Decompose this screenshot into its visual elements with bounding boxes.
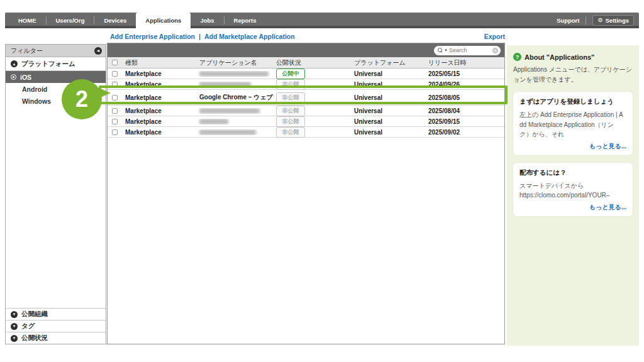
cell-app-name-blurred	[198, 129, 274, 135]
sidebar-item-label: iOS	[20, 74, 31, 81]
see-more-link[interactable]: もっと見る...	[589, 204, 626, 211]
help-panel: ? About "Applications" Applications メニュー…	[507, 45, 639, 346]
help-card-register-app: まずはアプリを登録しましょう 左上の Add Enterprise Applic…	[513, 92, 633, 155]
row-checkbox[interactable]	[112, 95, 118, 101]
help-card-distribute: 配布するには？ スマートデバイスから https://clomo.com/por…	[513, 163, 633, 216]
filter-header: フィルター ◄	[6, 45, 106, 57]
select-all-checkbox[interactable]	[112, 60, 118, 65]
nav-tab-home[interactable]: HOME	[9, 13, 46, 28]
search-scope-caret-icon[interactable]: ▼	[444, 48, 448, 52]
cell-type: Marketplace	[121, 94, 198, 101]
status-badge: 非公開	[276, 79, 305, 90]
search-box[interactable]: ▼ ✕	[434, 46, 501, 55]
cell-platform: Universal	[350, 118, 426, 125]
cell-release-date: 2025/08/05	[426, 94, 504, 101]
cell-app-name-blurred	[198, 108, 274, 114]
cell-type: Marketplace	[121, 70, 198, 77]
search-input[interactable]	[449, 47, 491, 53]
nav-tabs: HOME Users/Org Devices Applications Jobs…	[9, 13, 265, 28]
support-link[interactable]: Support	[557, 17, 579, 24]
filter-group-tags[interactable]: ▼ タグ	[6, 320, 106, 332]
help-card-body: 左上の Add Enterprise Application | Add Mar…	[519, 110, 626, 140]
table-header-row: 種類 アプリケーション名 公開状況 プラットフォーム リリース日時	[108, 57, 504, 69]
column-header-publish-status[interactable]: 公開状況	[274, 58, 350, 67]
table-row[interactable]: Marketplace 非公開 Universal 2025/08/04	[108, 106, 504, 116]
filter-group-label: 公開状況	[21, 334, 48, 343]
table-row[interactable]: Marketplace 非公開 Universal 2025/09/15	[108, 116, 504, 127]
row-checkbox[interactable]	[112, 71, 118, 77]
cell-release-date: 2025/08/04	[426, 107, 504, 114]
cell-status: 非公開	[274, 127, 350, 138]
filter-group-platform[interactable]: ▲ プラットフォーム	[6, 57, 106, 71]
chevron-down-icon: ▼	[11, 311, 18, 318]
status-badge: 非公開	[276, 116, 305, 127]
settings-label: Settings	[606, 17, 629, 24]
help-panel-title: About "Applications"	[525, 53, 594, 61]
cell-release-date: 2024/09/26	[426, 81, 504, 88]
help-card-title: まずはアプリを登録しましょう	[519, 97, 626, 106]
nav-tab-devices[interactable]: Devices	[94, 13, 136, 28]
table-row[interactable]: Marketplace 非公開 Universal 2025/09/02	[108, 127, 504, 138]
nav-tab-users-org[interactable]: Users/Org	[47, 13, 94, 28]
cell-platform: Universal	[350, 129, 426, 136]
export-link[interactable]: Export	[484, 33, 505, 40]
step-annotation-pointer-icon	[94, 86, 111, 100]
cell-app-name-blurred	[198, 82, 274, 87]
filter-group-publish-org[interactable]: ▼ 公開組織	[6, 308, 106, 320]
blurred-text	[199, 71, 269, 77]
column-header-app-name[interactable]: アプリケーション名	[198, 58, 274, 67]
status-badge: 非公開	[276, 127, 305, 138]
settings-button[interactable]: ⚙ Settings	[592, 15, 634, 26]
table-row[interactable]: Marketplace 非公開 Universal 2024/09/26	[108, 79, 504, 90]
link-separator: |	[199, 33, 201, 40]
nav-tab-applications[interactable]: Applications	[136, 13, 191, 28]
actions-row: Add Enterprise Application | Add Marketp…	[107, 33, 507, 43]
help-card-body-line: スマートデバイスから	[519, 181, 626, 191]
question-mark-icon: ?	[513, 53, 521, 61]
row-checkbox[interactable]	[112, 82, 118, 87]
see-more-link[interactable]: もっと見る...	[589, 143, 626, 150]
status-badge: 非公開	[276, 106, 305, 116]
help-card-title: 配布するには？	[519, 168, 626, 177]
add-enterprise-application-link[interactable]: Add Enterprise Application	[110, 33, 195, 40]
table-row-highlighted[interactable]: Marketplace Google Chrome – ウェブブ... 非公開 …	[108, 90, 504, 106]
cell-platform: Universal	[350, 81, 426, 88]
cell-platform: Universal	[350, 70, 426, 77]
cell-type: Marketplace	[121, 107, 198, 114]
cell-type: Marketplace	[121, 118, 198, 125]
cell-status: 非公開	[274, 106, 350, 116]
table-row[interactable]: Marketplace 公開中 Universal 2025/05/15	[108, 69, 504, 79]
chevron-down-icon: ▼	[11, 335, 18, 342]
top-navbar: HOME Users/Org Devices Applications Jobs…	[5, 13, 639, 28]
cell-type: Marketplace	[121, 129, 198, 136]
blurred-text	[199, 108, 260, 114]
add-marketplace-application-link[interactable]: Add Marketplace Application	[204, 33, 295, 40]
applications-table-panel: ▼ ✕ 種類 アプリケーション名 公開状況 プラットフォーム リリース日時 Ma…	[107, 43, 505, 344]
nav-tab-jobs[interactable]: Jobs	[191, 13, 223, 28]
nav-separator	[586, 16, 586, 25]
add-application-links: Add Enterprise Application | Add Marketp…	[110, 33, 295, 40]
clear-search-icon[interactable]: ✕	[492, 48, 498, 53]
row-checkbox[interactable]	[112, 119, 118, 124]
cell-app-name-blurred	[198, 71, 274, 77]
nav-right-area: Support ⚙ Settings	[557, 13, 634, 28]
column-header-release-date[interactable]: リリース日時	[426, 58, 504, 67]
cell-app-name-blurred	[198, 119, 274, 124]
cell-release-date: 2025/09/15	[426, 118, 504, 125]
row-checkbox[interactable]	[112, 108, 118, 114]
sidebar-bottom-groups: ▼ 公開組織 ▼ タグ ▼ 公開状況	[6, 308, 106, 344]
filter-group-label: プラットフォーム	[21, 60, 75, 69]
nav-tab-reports[interactable]: Reports	[225, 13, 266, 28]
cell-status: 非公開	[274, 79, 350, 90]
column-header-type[interactable]: 種類	[121, 58, 198, 67]
help-panel-intro: Applications メニューでは、アプリケーションを管理できます。	[513, 65, 633, 84]
chevron-down-icon: ▼	[11, 323, 18, 330]
cell-type: Marketplace	[121, 81, 198, 88]
collapse-sidebar-icon[interactable]: ◄	[94, 47, 102, 55]
column-header-platform[interactable]: プラットフォーム	[350, 58, 426, 67]
row-checkbox[interactable]	[112, 129, 118, 135]
radio-selected-icon	[11, 74, 16, 80]
filter-group-label: タグ	[21, 322, 35, 331]
filter-group-publish-status[interactable]: ▼ 公開状況	[6, 332, 106, 344]
status-badge: 非公開	[276, 92, 305, 103]
